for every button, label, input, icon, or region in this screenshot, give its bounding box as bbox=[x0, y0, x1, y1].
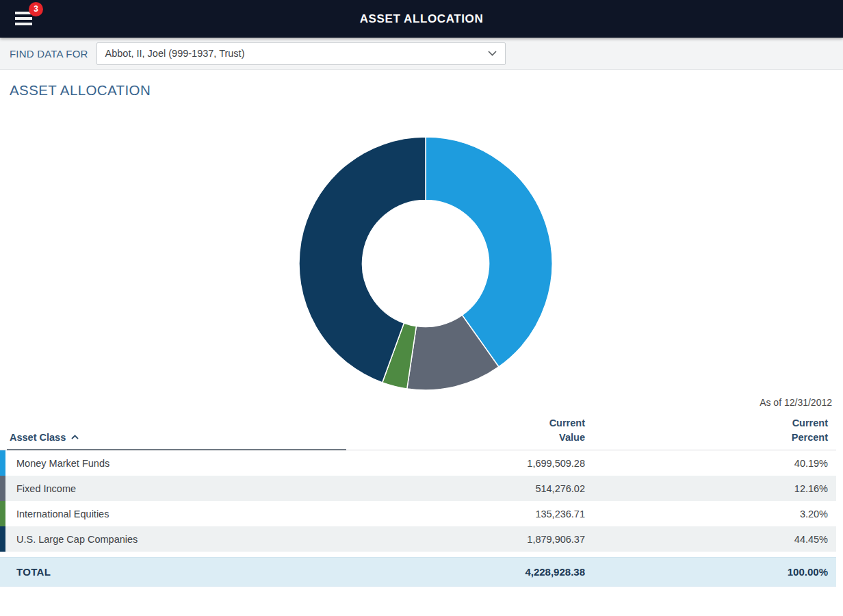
table-total-row: TOTAL 4,228,928.38 100.00% bbox=[0, 557, 836, 587]
asset-color-swatch bbox=[0, 450, 5, 476]
total-label: TOTAL bbox=[0, 566, 346, 578]
header-current-value[interactable]: Current Value bbox=[346, 416, 585, 444]
account-select[interactable]: Abbot, II, Joel (999-1937, Trust) bbox=[96, 42, 506, 65]
notification-badge: 3 bbox=[29, 2, 43, 16]
asset-color-swatch bbox=[0, 526, 5, 552]
account-select-value: Abbot, II, Joel (999-1937, Trust) bbox=[105, 48, 245, 59]
table-row: U.S. Large Cap Companies 1,879,906.37 44… bbox=[0, 526, 836, 552]
asset-color-swatch bbox=[0, 476, 5, 501]
cell-current-value: 1,699,509.28 bbox=[346, 458, 585, 469]
cell-current-percent: 12.16% bbox=[585, 483, 836, 494]
chevron-down-icon bbox=[488, 51, 497, 56]
asset-allocation-table: Asset Class Current Value Current Percen… bbox=[0, 411, 836, 587]
table-row: Money Market Funds 1,699,509.28 40.19% bbox=[0, 450, 836, 476]
page-title: ASSET ALLOCATION bbox=[10, 82, 843, 99]
header-asset-class[interactable]: Asset Class bbox=[0, 431, 346, 444]
menu-button[interactable]: 3 bbox=[15, 11, 33, 26]
total-current-percent: 100.00% bbox=[585, 566, 836, 578]
cell-current-percent: 3.20% bbox=[585, 509, 836, 519]
header-asset-class-label: Asset Class bbox=[10, 431, 66, 444]
find-data-label: FIND DATA FOR bbox=[10, 48, 88, 60]
cell-asset-class: International Equities bbox=[0, 509, 346, 519]
table-row: Fixed Income 514,276.02 12.16% bbox=[0, 476, 836, 501]
as-of-date: As of 12/31/2012 bbox=[0, 397, 843, 411]
table-row: International Equities 135,236.71 3.20% bbox=[0, 501, 836, 526]
header-current-percent[interactable]: Current Percent bbox=[585, 416, 836, 444]
allocation-donut-chart bbox=[295, 133, 556, 394]
app-title: ASSET ALLOCATION bbox=[360, 12, 484, 26]
table-header-row: Asset Class Current Value Current Percen… bbox=[0, 411, 836, 450]
find-data-bar: FIND DATA FOR Abbot, II, Joel (999-1937,… bbox=[0, 38, 843, 70]
total-current-value: 4,228,928.38 bbox=[346, 566, 585, 578]
cell-current-value: 1,879,906.37 bbox=[346, 534, 585, 545]
chart-area bbox=[0, 133, 843, 394]
cell-asset-class: Fixed Income bbox=[0, 483, 346, 494]
chevron-up-icon bbox=[71, 435, 79, 439]
table-total-gap bbox=[0, 552, 836, 557]
cell-current-value: 135,236.71 bbox=[346, 509, 585, 519]
app-top-bar: 3 ASSET ALLOCATION bbox=[0, 0, 843, 38]
cell-asset-class: U.S. Large Cap Companies bbox=[0, 534, 346, 545]
cell-current-percent: 40.19% bbox=[585, 458, 836, 469]
cell-current-percent: 44.45% bbox=[585, 534, 836, 545]
asset-color-swatch bbox=[0, 501, 5, 526]
cell-asset-class: Money Market Funds bbox=[0, 458, 346, 469]
cell-current-value: 514,276.02 bbox=[346, 483, 585, 494]
